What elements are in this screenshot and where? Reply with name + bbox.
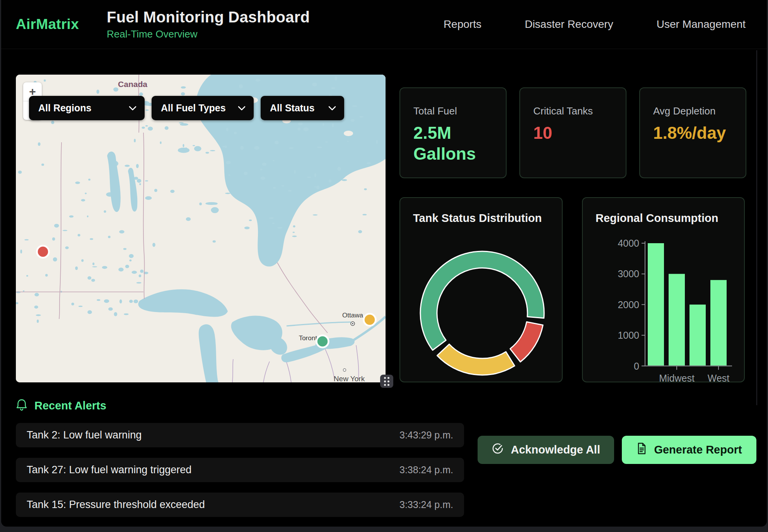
acknowledge-all-label: Acknowledge All	[511, 443, 600, 456]
stat-label: Avg Depletion	[653, 105, 732, 117]
generate-report-label: Generate Report	[654, 443, 742, 456]
fuel-type-filter-value: All Fuel Types	[161, 102, 226, 114]
map-label-ottawa: Ottawa	[342, 312, 363, 319]
right-column: Total Fuel 2.5M Gallons Critical Tanks 1…	[399, 87, 746, 382]
svg-text:Midwest: Midwest	[659, 373, 695, 383]
alert-time: 3:33:24 p.m.	[399, 499, 453, 510]
app-logo: AirMatrix	[16, 16, 79, 32]
alert-row[interactable]: Tank 27: Low fuel warning triggered 3:38…	[16, 458, 464, 482]
normal-tank-marker[interactable]	[317, 336, 329, 348]
chevron-down-icon	[237, 106, 246, 111]
chevron-down-icon	[328, 106, 336, 111]
map-label-canada: Canada	[118, 80, 147, 89]
alert-row[interactable]: Tank 2: Low fuel warning 3:43:29 p.m.	[16, 423, 464, 447]
stat-value: 1.8%/day	[653, 123, 732, 143]
dashboard-window: AirMatrix Fuel Monitoring Dashboard Real…	[1, 0, 767, 527]
stat-label: Critical Tanks	[533, 105, 613, 117]
stat-card-avg-depletion: Avg Depletion 1.8%/day	[639, 87, 746, 178]
stat-value: 2.5M Gallons	[413, 123, 493, 164]
page-subtitle: Real-Time Overview	[107, 28, 310, 40]
stat-label: Total Fuel	[413, 105, 493, 117]
nav-disaster-recovery[interactable]: Disaster Recovery	[525, 18, 613, 31]
charts-row: Tank Status Distribution Regional Consum…	[399, 197, 746, 382]
alerts-title: Recent Alerts	[34, 399, 106, 412]
map-resize-handle[interactable]	[380, 375, 393, 388]
warning-tank-marker[interactable]	[364, 314, 376, 326]
map-filters: All Regions All Fuel Types All Status	[29, 96, 344, 120]
regions-filter-select[interactable]: All Regions	[29, 96, 145, 120]
title-block: Fuel Monitoring Dashboard Real-Time Over…	[107, 9, 310, 40]
status-filter-select[interactable]: All Status	[261, 96, 344, 120]
stat-card-critical-tanks: Critical Tanks 10	[519, 87, 626, 178]
critical-tank-marker[interactable]	[37, 246, 49, 258]
donut-chart-title: Tank Status Distribution	[413, 212, 562, 225]
nav-reports[interactable]: Reports	[444, 18, 481, 31]
regions-filter-value: All Regions	[38, 102, 92, 114]
scrollbar-track[interactable]	[756, 50, 757, 405]
generate-report-button[interactable]: Generate Report	[622, 436, 756, 464]
alert-text: Tank 15: Pressure threshold exceeded	[27, 499, 205, 511]
stat-value: 10	[533, 123, 613, 143]
bell-icon	[16, 399, 27, 413]
svg-text:2000: 2000	[618, 299, 639, 310]
svg-text:4000: 4000	[618, 238, 639, 249]
alert-text: Tank 27: Low fuel warning triggered	[27, 464, 191, 476]
alert-actions: Acknowledge All Generate Report	[478, 436, 756, 464]
stats-row: Total Fuel 2.5M Gallons Critical Tanks 1…	[399, 87, 746, 178]
fuel-type-filter-select[interactable]: All Fuel Types	[152, 96, 254, 120]
svg-text:3000: 3000	[618, 268, 639, 279]
alert-text: Tank 2: Low fuel warning	[27, 429, 142, 441]
acknowledge-all-button[interactable]: Acknowledge All	[478, 436, 614, 464]
alert-row[interactable]: Tank 15: Pressure threshold exceeded 3:3…	[16, 493, 464, 517]
alerts-header: Recent Alerts	[16, 399, 767, 413]
alert-time: 3:38:24 p.m.	[399, 464, 453, 476]
alerts-section: Recent Alerts Tank 2: Low fuel warning 3…	[1, 399, 767, 517]
header: AirMatrix Fuel Monitoring Dashboard Real…	[1, 0, 767, 49]
check-circle-icon	[492, 442, 504, 457]
tank-status-card: Tank Status Distribution	[399, 197, 563, 382]
document-icon	[636, 442, 647, 457]
map-section: Canada Ottawa Toronto New York + −	[16, 75, 386, 382]
main-content: Canada Ottawa Toronto New York + −	[1, 49, 767, 382]
page-title: Fuel Monitoring Dashboard	[107, 9, 310, 26]
main-nav: Reports Disaster Recovery User Managemen…	[444, 18, 746, 31]
fuel-tank-map[interactable]: Canada Ottawa Toronto New York	[16, 75, 386, 382]
nav-user-management[interactable]: User Management	[657, 18, 746, 31]
svg-text:West: West	[708, 373, 730, 383]
stat-card-total-fuel: Total Fuel 2.5M Gallons	[399, 87, 507, 178]
svg-text:1000: 1000	[618, 330, 639, 341]
alert-time: 3:43:29 p.m.	[399, 430, 453, 441]
tank-status-donut-chart	[409, 240, 556, 382]
regional-consumption-card: Regional Consumption 01000200030004000Mi…	[582, 197, 745, 382]
svg-text:0: 0	[634, 361, 639, 372]
chevron-down-icon	[128, 106, 137, 111]
status-filter-value: All Status	[270, 102, 314, 114]
regional-consumption-bar-chart: 01000200030004000MidwestWest	[583, 198, 745, 382]
map-label-new-york: New York	[334, 375, 365, 382]
